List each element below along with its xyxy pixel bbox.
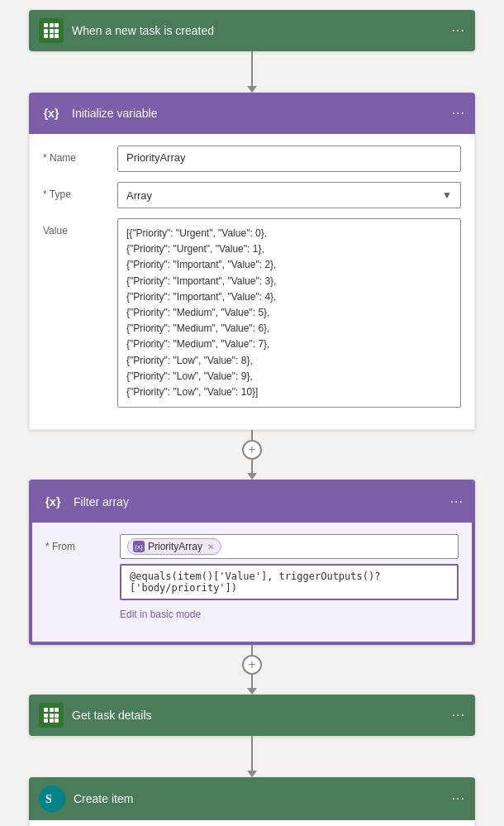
var-icon-text: {x} (44, 107, 59, 120)
create-item-title: Create item (74, 792, 444, 805)
get-task-menu[interactable]: ··· (452, 708, 465, 723)
sharepoint-svg: S (39, 785, 65, 812)
edit-basic-link[interactable]: Edit in basic mode (120, 609, 459, 620)
create-item-menu[interactable]: ··· (452, 791, 465, 806)
filter-icon: {x} (40, 489, 65, 514)
connector-arrow-2 (247, 473, 257, 480)
connector-arrow-4 (247, 771, 257, 777)
connector-arrow-3 (247, 688, 257, 695)
filter-menu[interactable]: ··· (450, 494, 464, 509)
value-input[interactable]: [{"Priority": "Urgent", "Value": 0}, {"P… (117, 218, 461, 408)
connector-3 (247, 736, 257, 777)
add-step-button-2[interactable]: + (242, 655, 262, 675)
trigger-title: When a new task is created (72, 24, 444, 37)
filter-title: Filter array (74, 495, 442, 508)
connector-arrow (247, 86, 257, 93)
type-label: * Type (43, 182, 109, 200)
get-task-card: Get task details ··· (29, 695, 475, 736)
filter-icon-text: {x} (45, 495, 61, 508)
connector-bottom (247, 460, 257, 480)
connector-plus-1: + (242, 430, 262, 480)
flow-container: When a new task is created ··· {x} Initi… (10, 10, 494, 826)
variable-icon: {x} (39, 101, 64, 126)
filter-header: {x} Filter array ··· (31, 481, 473, 523)
initialize-card: {x} Initialize variable ··· * Name Prior… (29, 93, 475, 430)
planner-icon (39, 18, 64, 43)
trigger-header: When a new task is created ··· (29, 10, 475, 51)
planner-grid-icon (44, 23, 59, 38)
svg-text:S: S (45, 793, 52, 805)
initialize-menu[interactable]: ··· (452, 106, 465, 121)
initialize-title: Initialize variable (72, 107, 444, 120)
token-icon: {x} (133, 541, 145, 552)
type-chevron: ▼ (442, 189, 452, 201)
value-row: Value [{"Priority": "Urgent", "Value": 0… (43, 218, 461, 408)
connector-line-bottom (251, 460, 253, 473)
value-label: Value (43, 218, 109, 236)
expression-input[interactable]: @equals(item()['Value'], triggerOutputs(… (120, 564, 459, 600)
filter-body: * From {x} PriorityArray ✕ @equals(item(… (31, 523, 473, 643)
priority-array-token[interactable]: {x} PriorityArray ✕ (127, 538, 221, 555)
from-label: * From (45, 534, 112, 552)
connector-bottom-2 (247, 675, 257, 695)
create-item-header: S Create item ··· (29, 777, 475, 820)
initialize-body: * Name PriorityArray * Type Array ▼ Valu… (29, 134, 475, 430)
get-task-icon (39, 703, 64, 728)
connector-line-bottom-2 (251, 675, 253, 688)
sharepoint-icon: S (39, 785, 65, 812)
type-row: * Type Array ▼ (43, 182, 461, 208)
from-row: * From {x} PriorityArray ✕ @equals(item(… (45, 534, 459, 620)
connector-plus-2: + (242, 645, 262, 695)
get-task-title: Get task details (72, 709, 444, 722)
connector-line (251, 51, 253, 86)
type-select[interactable]: Array ▼ (117, 182, 461, 208)
filter-card: {x} Filter array ··· * From {x} Priority… (29, 480, 475, 645)
from-field-container: {x} PriorityArray ✕ @equals(item()['Valu… (120, 534, 459, 620)
from-token-row[interactable]: {x} PriorityArray ✕ (120, 534, 459, 559)
connector-line-3 (251, 736, 253, 771)
connector-line-top (251, 430, 253, 440)
name-label: * Name (43, 146, 109, 164)
create-item-card: S Create item ··· * Site Address S SPOSi… (29, 777, 475, 826)
name-input[interactable]: PriorityArray (117, 146, 461, 172)
connector-line-top-2 (251, 645, 253, 655)
add-step-button-1[interactable]: + (242, 440, 262, 460)
trigger-card: When a new task is created ··· (29, 10, 475, 51)
name-row: * Name PriorityArray (43, 146, 461, 172)
get-task-header: Get task details ··· (29, 695, 475, 736)
trigger-menu[interactable]: ··· (452, 23, 465, 38)
get-task-grid-icon (44, 708, 59, 723)
svg-point-0 (39, 785, 65, 812)
create-item-body: * Site Address S SPOSiteCollecti... ✕ ✕ … (29, 820, 475, 826)
initialize-header: {x} Initialize variable ··· (29, 93, 475, 134)
connector-1 (247, 51, 257, 93)
token-close[interactable]: ✕ (207, 542, 214, 551)
